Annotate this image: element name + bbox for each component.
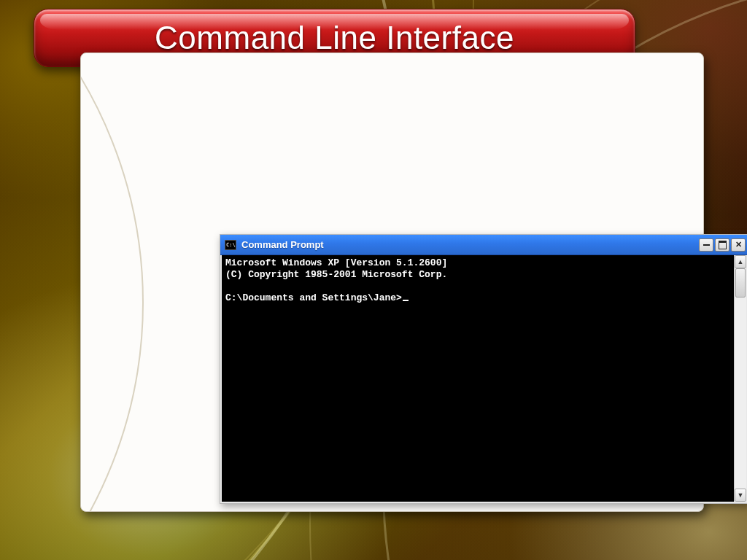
close-button[interactable]: [731, 238, 746, 252]
scroll-track[interactable]: [735, 268, 746, 489]
vertical-scrollbar[interactable]: ▲ ▼: [734, 255, 746, 502]
cmd-icon: [225, 240, 236, 250]
minimize-button[interactable]: [699, 238, 713, 252]
slide-card: Command Prompt Microsoft Windows XP [Ver…: [80, 52, 704, 512]
console-line: (C) Copyright 1985-2001 Microsoft Corp.: [225, 269, 447, 280]
maximize-button[interactable]: [715, 238, 729, 252]
slide-title: Command Line Interface: [155, 20, 514, 56]
console-output[interactable]: Microsoft Windows XP [Version 5.1.2600] …: [222, 255, 734, 502]
command-prompt-window: Command Prompt Microsoft Windows XP [Ver…: [220, 234, 747, 504]
window-titlebar[interactable]: Command Prompt: [220, 235, 747, 255]
console-line: Microsoft Windows XP [Version 5.1.2600]: [225, 257, 447, 268]
cursor: [403, 300, 409, 301]
window-title: Command Prompt: [241, 240, 696, 249]
scroll-down-button[interactable]: ▼: [735, 489, 746, 502]
console-prompt: C:\Documents and Settings\Jane>: [225, 292, 402, 303]
scroll-up-button[interactable]: ▲: [735, 255, 746, 268]
scroll-thumb[interactable]: [735, 268, 746, 298]
